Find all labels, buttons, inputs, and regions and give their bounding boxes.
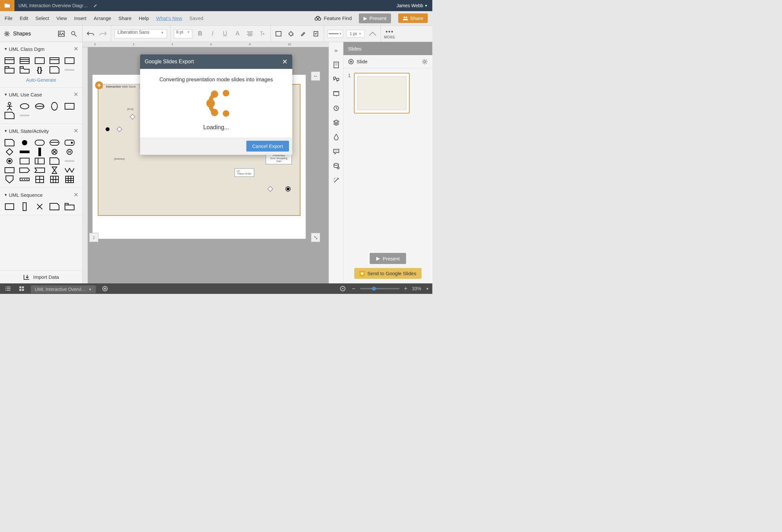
close-icon[interactable]: ✕: [282, 58, 288, 66]
loading-text: Loading...: [147, 124, 286, 131]
loading-spinner-icon: [200, 88, 233, 118]
modal-header: Google Slides Export ✕: [140, 55, 292, 69]
modal-message: Converting presentation mode slides into…: [147, 77, 286, 83]
cancel-export-button[interactable]: Cancel Export: [246, 141, 289, 151]
export-modal: Google Slides Export ✕ Converting presen…: [140, 55, 292, 155]
modal-overlay: Google Slides Export ✕ Converting presen…: [0, 0, 432, 294]
modal-title: Google Slides Export: [145, 59, 194, 65]
